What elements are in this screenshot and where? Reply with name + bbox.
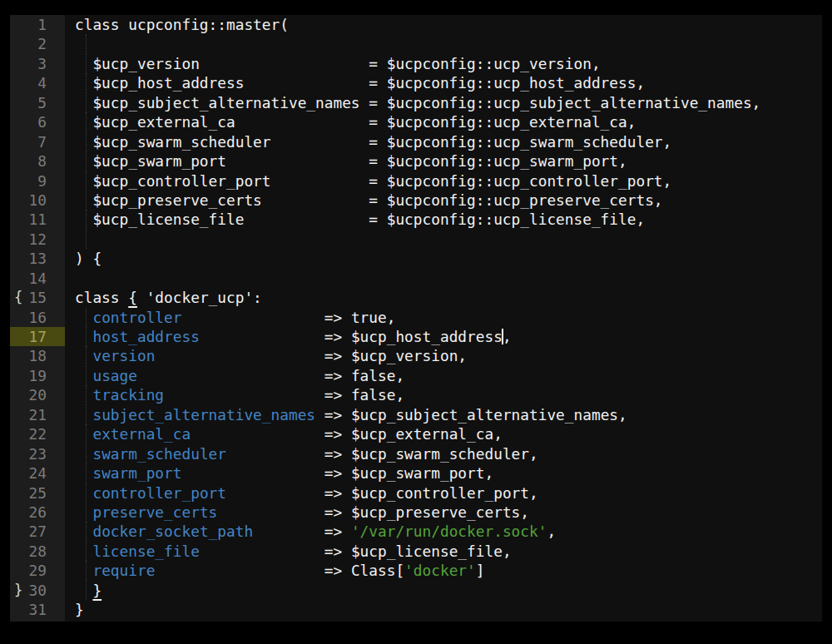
code-content[interactable]: $ucp_host_address = $ucpconfig::ucp_host… <box>65 73 822 92</box>
gutter: 20 <box>10 385 65 404</box>
code-text: $ucp_external_ca = $ucpconfig::ucp_exter… <box>75 113 636 131</box>
code-text <box>75 562 92 579</box>
code-line-25: 25 controller_port => $ucp_controller_po… <box>10 483 822 503</box>
code-content[interactable]: ) { <box>65 249 822 268</box>
attribute-key: usage <box>92 367 137 384</box>
code-text: => <box>217 503 351 521</box>
line-number: 31 <box>22 600 47 619</box>
gutter: 4 <box>10 73 65 92</box>
code-text: $ucp_license_file, <box>351 542 512 560</box>
code-line-5: 5 $ucp_subject_alternative_names = $ucpc… <box>10 93 822 112</box>
line-number: 18 <box>22 346 47 365</box>
code-text: $ucp_subject_alternative_names, <box>351 406 627 424</box>
gutter: 29 <box>10 561 65 580</box>
code-text: , <box>503 328 512 345</box>
code-content[interactable]: external_ca => $ucp_external_ca, <box>65 424 822 443</box>
code-content[interactable]: $ucp_controller_port = $ucpconfig::ucp_c… <box>65 171 822 191</box>
string-literal: 'docker' <box>404 562 476 579</box>
code-line-3: 3 $ucp_version = $ucpconfig::ucp_version… <box>10 54 822 73</box>
code-text: class <box>75 289 128 306</box>
line-number: 8 <box>22 151 47 171</box>
code-text <box>75 445 92 463</box>
code-content[interactable]: $ucp_version = $ucpconfig::ucp_version, <box>65 54 822 73</box>
line-number: 30 <box>22 581 47 600</box>
code-content[interactable]: version => $ucp_version, <box>65 346 822 365</box>
code-content[interactable]: class { 'docker_ucp': <box>65 288 822 307</box>
code-line-13: 13) { <box>10 249 822 268</box>
code-content[interactable] <box>65 230 822 249</box>
gutter: 25 <box>10 483 65 503</box>
gutter: 12 <box>10 230 65 249</box>
code-text: $ucp_swarm_scheduler, <box>351 445 538 463</box>
code-content[interactable]: $ucp_swarm_port = $ucpconfig::ucp_swarm_… <box>65 151 822 171</box>
code-content[interactable]: $ucp_subject_alternative_names = $ucpcon… <box>65 93 822 112</box>
gutter: 8 <box>10 151 65 171</box>
code-line-1: 1class ucpconfig::master( <box>10 15 822 34</box>
gutter: 6 <box>10 112 65 131</box>
line-number: 10 <box>22 191 47 210</box>
gutter: 22 <box>10 424 65 443</box>
code-text: => <box>226 484 351 502</box>
attribute-key: swarm_scheduler <box>92 445 226 463</box>
bracket-match-gutter-icon[interactable]: } <box>10 581 22 600</box>
attribute-key: controller <box>92 309 181 326</box>
line-number: 12 <box>22 230 47 249</box>
code-content[interactable]: $ucp_preserve_certs = $ucpconfig::ucp_pr… <box>65 191 822 210</box>
code-content[interactable]: preserve_certs => $ucp_preserve_certs, <box>65 503 822 522</box>
code-text: false, <box>351 386 404 404</box>
code-content[interactable]: class ucpconfig::master( <box>65 15 822 34</box>
code-content[interactable] <box>65 269 822 288</box>
code-content[interactable]: usage => false, <box>65 366 822 385</box>
gutter: 13 <box>10 249 65 268</box>
bracket-match-gutter-icon[interactable]: { <box>10 288 22 307</box>
code-content[interactable]: docker_socket_path => '/var/run/docker.s… <box>65 522 822 541</box>
line-number: 26 <box>22 503 47 522</box>
code-line-14: 14 <box>10 269 822 288</box>
code-content[interactable]: swarm_scheduler => $ucp_swarm_scheduler, <box>65 444 822 463</box>
attribute-key: tracking <box>92 386 164 404</box>
code-content[interactable]: controller_port => $ucp_controller_port, <box>65 483 822 503</box>
code-text: => <box>200 542 351 560</box>
code-line-15: {15class { 'docker_ucp': <box>10 288 822 307</box>
code-text: => <box>253 523 351 540</box>
code-text <box>75 425 92 443</box>
code-content[interactable]: controller => true, <box>65 308 822 327</box>
code-content[interactable]: } <box>65 600 822 619</box>
code-content[interactable]: license_file => $ucp_license_file, <box>65 542 822 561</box>
matched-brace: { <box>128 289 137 306</box>
code-editor-panel[interactable]: 1class ucpconfig::master(23 $ucp_version… <box>10 15 822 622</box>
code-content[interactable]: $ucp_swarm_scheduler = $ucpconfig::ucp_s… <box>65 132 822 151</box>
code-text: $ucp_license_file = $ucpconfig::ucp_lice… <box>75 211 645 228</box>
code-text <box>75 503 92 521</box>
line-number: 14 <box>22 269 47 288</box>
code-line-19: 19 usage => false, <box>10 366 822 385</box>
code-content[interactable]: host_address => $ucp_host_address, <box>65 327 822 346</box>
code-text: Class[ <box>351 562 404 579</box>
gutter: 19 <box>10 366 65 385</box>
gutter: 28 <box>10 542 65 561</box>
code-line-7: 7 $ucp_swarm_scheduler = $ucpconfig::ucp… <box>10 132 822 151</box>
gutter: 18 <box>10 346 65 365</box>
code-text: => <box>164 386 351 404</box>
code-text: ) { <box>75 250 102 267</box>
code-content[interactable]: } <box>65 581 822 600</box>
code-line-30: }30 } <box>10 581 822 600</box>
code-content[interactable] <box>65 34 822 53</box>
code-line-23: 23 swarm_scheduler => $ucp_swarm_schedul… <box>10 444 822 463</box>
attribute-key: preserve_certs <box>92 503 217 521</box>
code-content[interactable]: $ucp_license_file = $ucpconfig::ucp_lice… <box>65 210 822 229</box>
code-content[interactable]: tracking => false, <box>65 385 822 404</box>
gutter: {15 <box>10 288 65 307</box>
code-content[interactable]: require => Class['docker'] <box>65 561 822 580</box>
code-line-28: 28 license_file => $ucp_license_file, <box>10 542 822 561</box>
code-content[interactable]: $ucp_external_ca = $ucpconfig::ucp_exter… <box>65 112 822 131</box>
code-text: $ucp_swarm_port = $ucpconfig::ucp_swarm_… <box>75 152 627 170</box>
gutter: 5 <box>10 93 65 112</box>
code-text: class ucpconfig::master( <box>75 16 289 33</box>
line-number: 15 <box>22 288 47 307</box>
attribute-key: swarm_port <box>92 464 181 482</box>
gutter: 27 <box>10 522 65 541</box>
code-content[interactable]: subject_alternative_names => $ucp_subjec… <box>65 405 822 424</box>
code-content[interactable]: swarm_port => $ucp_swarm_port, <box>65 463 822 483</box>
code-text <box>75 523 92 540</box>
